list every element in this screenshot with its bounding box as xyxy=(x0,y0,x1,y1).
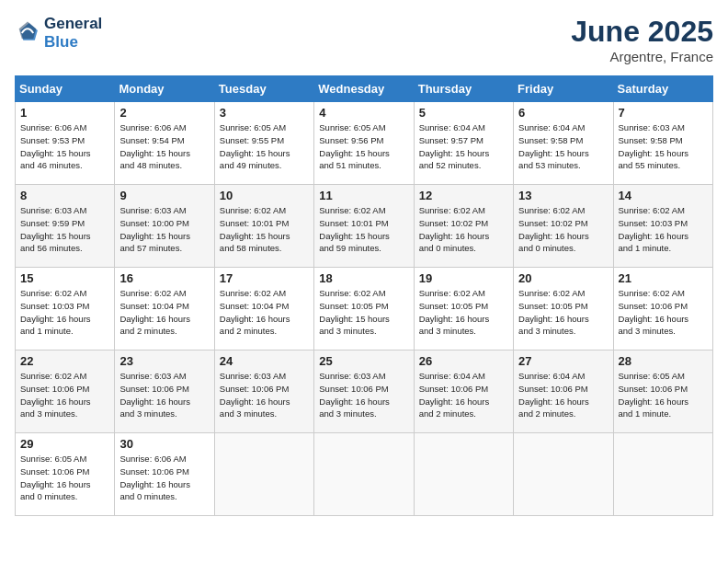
calendar-cell: 23Sunrise: 6:03 AM Sunset: 10:06 PM Dayl… xyxy=(115,350,214,433)
calendar-title: June 2025 xyxy=(571,15,713,49)
day-number: 11 xyxy=(319,189,408,202)
day-detail: Sunrise: 6:04 AM Sunset: 9:57 PM Dayligh… xyxy=(419,121,508,172)
day-number: 26 xyxy=(419,354,508,368)
day-detail: Sunrise: 6:04 AM Sunset: 10:06 PM Daylig… xyxy=(419,370,508,420)
calendar-cell: 21Sunrise: 6:02 AM Sunset: 10:06 PM Dayl… xyxy=(613,268,712,350)
calendar-cell: 24Sunrise: 6:03 AM Sunset: 10:06 PM Dayl… xyxy=(214,350,313,433)
day-number: 6 xyxy=(518,106,608,120)
day-detail: Sunrise: 6:05 AM Sunset: 9:56 PM Dayligh… xyxy=(319,121,408,172)
day-detail: Sunrise: 6:02 AM Sunset: 10:02 PM Daylig… xyxy=(419,204,508,255)
weekday-header: Friday xyxy=(514,76,613,102)
calendar-cell: 16Sunrise: 6:02 AM Sunset: 10:04 PM Dayl… xyxy=(115,268,214,350)
logo-text: General Blue xyxy=(44,15,102,51)
day-detail: Sunrise: 6:02 AM Sunset: 10:03 PM Daylig… xyxy=(619,204,708,255)
logo-icon xyxy=(15,20,40,46)
calendar-subtitle: Argentre, France xyxy=(571,49,713,64)
page-header: General Blue June 2025 Argentre, France xyxy=(15,15,713,64)
calendar-cell: 27Sunrise: 6:04 AM Sunset: 10:06 PM Dayl… xyxy=(514,350,613,433)
calendar-cell: 11Sunrise: 6:02 AM Sunset: 10:01 PM Dayl… xyxy=(314,185,414,268)
day-detail: Sunrise: 6:02 AM Sunset: 10:06 PM Daylig… xyxy=(20,370,109,420)
day-number: 27 xyxy=(518,354,608,368)
calendar-cell: 9Sunrise: 6:03 AM Sunset: 10:00 PM Dayli… xyxy=(115,185,214,268)
day-detail: Sunrise: 6:02 AM Sunset: 10:01 PM Daylig… xyxy=(319,204,408,255)
day-detail: Sunrise: 6:02 AM Sunset: 10:04 PM Daylig… xyxy=(119,287,209,338)
calendar-table: SundayMondayTuesdayWednesdayThursdayFrid… xyxy=(15,75,713,516)
day-number: 16 xyxy=(119,271,209,285)
calendar-cell: 20Sunrise: 6:02 AM Sunset: 10:05 PM Dayl… xyxy=(514,268,613,350)
day-detail: Sunrise: 6:04 AM Sunset: 9:58 PM Dayligh… xyxy=(518,121,608,172)
calendar-cell: 30Sunrise: 6:06 AM Sunset: 10:06 PM Dayl… xyxy=(115,433,214,516)
calendar-cell: 19Sunrise: 6:02 AM Sunset: 10:05 PM Dayl… xyxy=(414,268,513,350)
title-block: June 2025 Argentre, France xyxy=(571,15,713,64)
weekday-header: Monday xyxy=(115,76,214,102)
calendar-cell: 8Sunrise: 6:03 AM Sunset: 9:59 PM Daylig… xyxy=(16,185,115,268)
calendar-week-row: 8Sunrise: 6:03 AM Sunset: 9:59 PM Daylig… xyxy=(16,185,713,268)
logo: General Blue xyxy=(15,15,102,51)
calendar-cell: 14Sunrise: 6:02 AM Sunset: 10:03 PM Dayl… xyxy=(613,185,712,268)
day-number: 3 xyxy=(220,106,309,120)
svg-marker-1 xyxy=(19,21,37,39)
calendar-cell xyxy=(414,433,513,516)
day-detail: Sunrise: 6:02 AM Sunset: 10:06 PM Daylig… xyxy=(619,287,708,338)
day-number: 4 xyxy=(319,106,408,120)
calendar-cell: 7Sunrise: 6:03 AM Sunset: 9:58 PM Daylig… xyxy=(613,102,712,185)
calendar-cell: 4Sunrise: 6:05 AM Sunset: 9:56 PM Daylig… xyxy=(314,102,414,185)
calendar-cell xyxy=(214,433,313,516)
day-number: 20 xyxy=(518,271,608,285)
day-detail: Sunrise: 6:05 AM Sunset: 9:55 PM Dayligh… xyxy=(220,121,309,172)
day-number: 30 xyxy=(119,437,209,451)
day-detail: Sunrise: 6:05 AM Sunset: 10:06 PM Daylig… xyxy=(20,453,109,503)
day-detail: Sunrise: 6:02 AM Sunset: 10:01 PM Daylig… xyxy=(220,204,309,255)
day-detail: Sunrise: 6:06 AM Sunset: 9:54 PM Dayligh… xyxy=(119,121,209,172)
day-number: 17 xyxy=(220,271,309,285)
calendar-cell: 1Sunrise: 6:06 AM Sunset: 9:53 PM Daylig… xyxy=(16,102,115,185)
calendar-cell: 2Sunrise: 6:06 AM Sunset: 9:54 PM Daylig… xyxy=(115,102,214,185)
day-detail: Sunrise: 6:06 AM Sunset: 10:06 PM Daylig… xyxy=(119,453,209,503)
calendar-week-row: 1Sunrise: 6:06 AM Sunset: 9:53 PM Daylig… xyxy=(16,102,713,185)
day-number: 5 xyxy=(419,106,508,120)
calendar-week-row: 29Sunrise: 6:05 AM Sunset: 10:06 PM Dayl… xyxy=(16,433,713,516)
day-number: 15 xyxy=(20,271,109,285)
calendar-cell: 18Sunrise: 6:02 AM Sunset: 10:05 PM Dayl… xyxy=(314,268,414,350)
calendar-cell: 15Sunrise: 6:02 AM Sunset: 10:03 PM Dayl… xyxy=(16,268,115,350)
calendar-cell xyxy=(514,433,613,516)
weekday-header: Saturday xyxy=(613,76,712,102)
day-number: 29 xyxy=(20,437,109,451)
day-number: 22 xyxy=(20,354,109,368)
day-number: 19 xyxy=(419,271,508,285)
calendar-cell: 17Sunrise: 6:02 AM Sunset: 10:04 PM Dayl… xyxy=(214,268,313,350)
day-number: 12 xyxy=(419,189,508,202)
calendar-cell: 26Sunrise: 6:04 AM Sunset: 10:06 PM Dayl… xyxy=(414,350,513,433)
day-number: 28 xyxy=(619,354,708,368)
day-detail: Sunrise: 6:03 AM Sunset: 9:59 PM Dayligh… xyxy=(20,204,109,255)
day-detail: Sunrise: 6:02 AM Sunset: 10:05 PM Daylig… xyxy=(518,287,608,338)
day-number: 8 xyxy=(20,189,109,202)
day-detail: Sunrise: 6:02 AM Sunset: 10:03 PM Daylig… xyxy=(20,287,109,338)
day-number: 9 xyxy=(119,189,209,202)
day-number: 13 xyxy=(518,189,608,202)
day-detail: Sunrise: 6:06 AM Sunset: 9:53 PM Dayligh… xyxy=(20,121,109,172)
day-number: 2 xyxy=(119,106,209,120)
day-number: 10 xyxy=(220,189,309,202)
calendar-cell xyxy=(613,433,712,516)
calendar-cell xyxy=(314,433,414,516)
calendar-cell: 22Sunrise: 6:02 AM Sunset: 10:06 PM Dayl… xyxy=(16,350,115,433)
day-detail: Sunrise: 6:02 AM Sunset: 10:05 PM Daylig… xyxy=(319,287,408,338)
calendar-cell: 29Sunrise: 6:05 AM Sunset: 10:06 PM Dayl… xyxy=(16,433,115,516)
calendar-cell: 13Sunrise: 6:02 AM Sunset: 10:02 PM Dayl… xyxy=(514,185,613,268)
calendar-week-row: 22Sunrise: 6:02 AM Sunset: 10:06 PM Dayl… xyxy=(16,350,713,433)
day-number: 1 xyxy=(20,106,109,120)
calendar-cell: 12Sunrise: 6:02 AM Sunset: 10:02 PM Dayl… xyxy=(414,185,513,268)
day-detail: Sunrise: 6:03 AM Sunset: 10:06 PM Daylig… xyxy=(220,370,309,420)
day-number: 14 xyxy=(619,189,708,202)
calendar-header: SundayMondayTuesdayWednesdayThursdayFrid… xyxy=(16,76,713,102)
calendar-cell: 10Sunrise: 6:02 AM Sunset: 10:01 PM Dayl… xyxy=(214,185,313,268)
day-detail: Sunrise: 6:05 AM Sunset: 10:06 PM Daylig… xyxy=(619,370,708,420)
day-number: 25 xyxy=(319,354,408,368)
day-number: 7 xyxy=(619,106,708,120)
day-detail: Sunrise: 6:02 AM Sunset: 10:02 PM Daylig… xyxy=(518,204,608,255)
day-number: 18 xyxy=(319,271,408,285)
calendar-cell: 28Sunrise: 6:05 AM Sunset: 10:06 PM Dayl… xyxy=(613,350,712,433)
calendar-cell: 6Sunrise: 6:04 AM Sunset: 9:58 PM Daylig… xyxy=(514,102,613,185)
day-number: 23 xyxy=(119,354,209,368)
